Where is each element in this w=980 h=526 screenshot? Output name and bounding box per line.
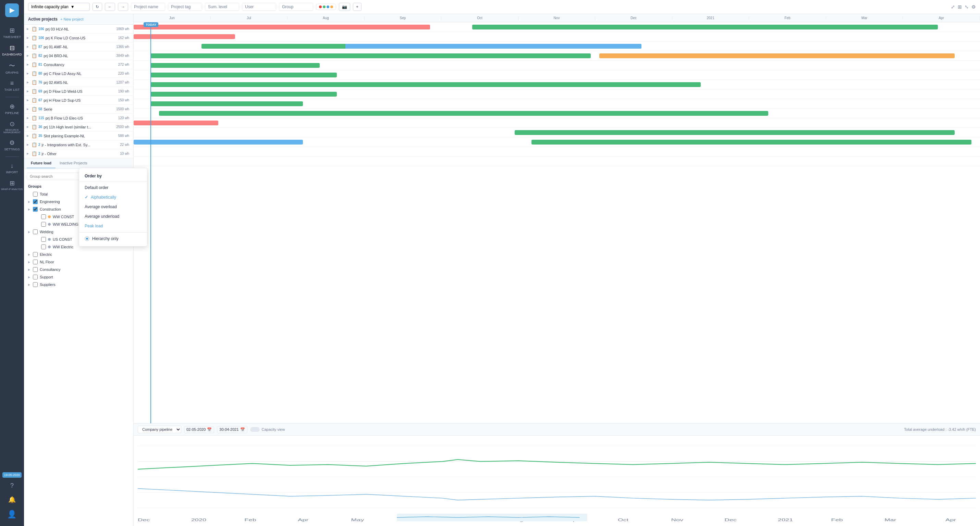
project-row-67[interactable]: ▶ 📋 67 prj H Flow LD Sup-US 150 wh — [24, 96, 133, 105]
project-name-filter[interactable]: Project name — [131, 3, 165, 11]
settings-gear-icon[interactable]: ⚙ — [971, 4, 976, 10]
group-checkbox-consultancy[interactable] — [33, 267, 38, 272]
project-row-2b[interactable]: ▶ 📋 2 jr - Other 10 wh — [24, 149, 133, 158]
active-projects-header: Active projects + New project — [24, 14, 133, 25]
project-row-106b[interactable]: ▶ 📋 106 prj K Flow LD Const-US 162 wh — [24, 33, 133, 43]
fullscreen-icon[interactable]: ⤢ — [951, 4, 955, 10]
group-item-nl_floor[interactable]: ▶ NL Floor — [27, 258, 130, 266]
order-default[interactable]: Default order — [79, 183, 147, 192]
order-peak-load[interactable]: Peak load — [79, 221, 147, 231]
group-checkbox-welding[interactable] — [33, 229, 38, 234]
gantt-bar[interactable] — [150, 102, 303, 106]
sum-level-filter[interactable]: Sum. level — [205, 3, 239, 11]
grid-icon[interactable]: ⊞ — [958, 4, 962, 10]
group-item-consultancy[interactable]: ▶ Consultancy — [27, 266, 130, 273]
project-row-115[interactable]: ▶ 📋 115 prj B Flow LD Elec-US 120 wh — [24, 114, 133, 122]
group-color-dot — [48, 238, 51, 241]
group-checkbox-support[interactable] — [33, 275, 38, 280]
sidebar-item-dashboard[interactable]: ⊟ DASHBOARD — [0, 41, 24, 59]
order-by-dropdown[interactable]: Order by Default order ✓ Alphabetically … — [79, 168, 147, 246]
order-average-overload[interactable]: Average overload — [79, 202, 147, 211]
capacity-view-toggle[interactable]: Capacity view — [250, 427, 285, 432]
gantt-bar[interactable] — [531, 140, 971, 145]
toggle-switch[interactable] — [250, 427, 260, 432]
gantt-bar[interactable] — [134, 34, 235, 39]
project-row-81[interactable]: ▶ 📋 81 Consultancy 272 wh — [24, 60, 133, 69]
user-filter[interactable]: User — [242, 3, 276, 11]
sidebar-item-whatif[interactable]: ⊞ WHAT-IF ANALYSIS — [0, 177, 24, 193]
hierarchy-only-option[interactable]: Hierarchy only — [79, 234, 147, 243]
undo-button[interactable]: ← — [105, 3, 115, 11]
group-checkbox-electric[interactable] — [33, 252, 38, 257]
sidebar-item-timesheet[interactable]: ⊞ TIMESHEET — [0, 24, 24, 41]
new-project-button[interactable]: + New project — [60, 17, 84, 21]
sidebar-item-notifications[interactable]: 🔔 — [1, 493, 23, 507]
group-checkbox-ww_electric[interactable] — [41, 245, 46, 249]
expand-icon[interactable]: ⤡ — [964, 4, 969, 10]
refresh-button[interactable]: ↻ — [92, 3, 102, 11]
camera-button[interactable]: 📷 — [339, 3, 350, 11]
project-row-69[interactable]: ▶ 📋 69 prj D Flow LD Weld-US 190 wh — [24, 87, 133, 96]
date-from-input[interactable]: 02-05-2020 📅 — [184, 426, 214, 433]
group-checkbox-ww_welding[interactable] — [41, 222, 46, 227]
order-average-underload[interactable]: Average underload — [79, 211, 147, 221]
order-alphabetically[interactable]: ✓ Alphabetically — [79, 192, 147, 202]
group-checkbox-engineering[interactable] — [33, 199, 38, 204]
chart-toolbar: Company pipeline 02-05-2020 📅 30-04-2021… — [134, 424, 980, 435]
project-row-87[interactable]: ▶ 📋 87 prj 01 AMF-NL 1366 wh — [24, 43, 133, 51]
group-item-support[interactable]: ▶ Support — [27, 273, 130, 281]
tab-inactive-projects[interactable]: Inactive Projects — [56, 158, 91, 168]
project-tag-filter[interactable]: Project tag — [168, 3, 202, 11]
app-logo[interactable]: ▶ — [5, 3, 19, 17]
project-row-82[interactable]: ▶ 📋 82 prj 04 BRD-NL 3849 wh — [24, 51, 133, 60]
gantt-bar[interactable] — [345, 44, 642, 49]
gantt-bar[interactable] — [150, 53, 590, 58]
sidebar-item-tasklist[interactable]: ≡ TASK LIST — [0, 77, 24, 94]
gantt-bar[interactable] — [472, 25, 938, 29]
date-to-input[interactable]: 30-04-2021 📅 — [217, 426, 247, 433]
redo-button[interactable]: → — [118, 3, 128, 11]
group-checkbox-total[interactable] — [33, 192, 38, 197]
gantt-row — [134, 156, 980, 166]
project-row-80[interactable]: ▶ 📋 80 prj C Flow LD Assy-NL 220 wh — [24, 69, 133, 78]
group-filter[interactable]: Group — [279, 3, 313, 11]
gantt-bar[interactable] — [599, 53, 955, 58]
project-row-106a[interactable]: ▶ 📋 106 prj 03 HLV-NL 1869 wh — [24, 25, 133, 33]
gantt-bar[interactable] — [134, 25, 430, 29]
plan-selector[interactable]: Infinite capacity plan ▼ — [28, 3, 90, 11]
pipeline-select[interactable]: Company pipeline — [138, 426, 181, 433]
sidebar-item-import[interactable]: ↓ IMPORT — [0, 160, 24, 177]
gantt-bar[interactable] — [150, 82, 701, 87]
project-row-36[interactable]: ▶ 📋 36 prj 11h High level (similar t... … — [24, 122, 133, 132]
group-checkbox-suppliers[interactable] — [33, 282, 38, 287]
add-button[interactable]: + — [353, 3, 361, 11]
gantt-bar[interactable] — [134, 140, 303, 145]
group-checkbox-construction[interactable] — [33, 207, 38, 211]
status-dots[interactable] — [316, 4, 336, 10]
gantt-bar[interactable] — [150, 63, 320, 68]
sidebar-item-help[interactable]: ? — [1, 480, 23, 493]
gantt-bar[interactable] — [515, 130, 955, 135]
group-item-suppliers[interactable]: ▶ Suppliers — [27, 281, 130, 288]
group-checkbox-nl_floor[interactable] — [33, 259, 38, 264]
gantt-bar[interactable] — [150, 92, 336, 97]
gantt-bar[interactable] — [134, 121, 218, 126]
sidebar-item-graphs[interactable]: 〜 GRAPHS — [0, 59, 24, 77]
tab-future-load[interactable]: Future load — [27, 158, 56, 168]
gantt-month-dec: Dec — [595, 16, 672, 20]
sidebar-item-user[interactable]: 👤 — [1, 507, 23, 523]
gantt-bar[interactable] — [150, 73, 336, 77]
project-row-35[interactable]: ▶ 📋 35 Slot planing Example-NL 588 wh — [24, 132, 133, 140]
sidebar-item-pipeline[interactable]: ⊕ PIPELINE — [0, 100, 24, 118]
group-checkbox-us_const[interactable] — [41, 237, 46, 242]
sidebar-item-settings[interactable]: ⚙ SETTINGS — [0, 136, 24, 154]
project-row-76[interactable]: ▶ 📋 76 prj 02 AMS-NL 1207 wh — [24, 78, 133, 87]
project-row-58[interactable]: ▶ 📋 58 Serie 1500 wh — [24, 105, 133, 114]
sidebar-item-resource-mgmt[interactable]: ⊙ RESOURCE MANAGEMENT — [0, 118, 24, 136]
group-item-electric[interactable]: ▶ Electric — [27, 251, 130, 258]
project-row-2a[interactable]: ▶ 📋 2 jr - Integrations with Ext. Sy... … — [24, 140, 133, 149]
group-checkbox-ww_const[interactable] — [41, 215, 46, 219]
gantt-bar[interactable] — [159, 111, 768, 116]
project-wh: 120 wh — [118, 116, 129, 120]
nav-divider-2 — [5, 156, 19, 157]
